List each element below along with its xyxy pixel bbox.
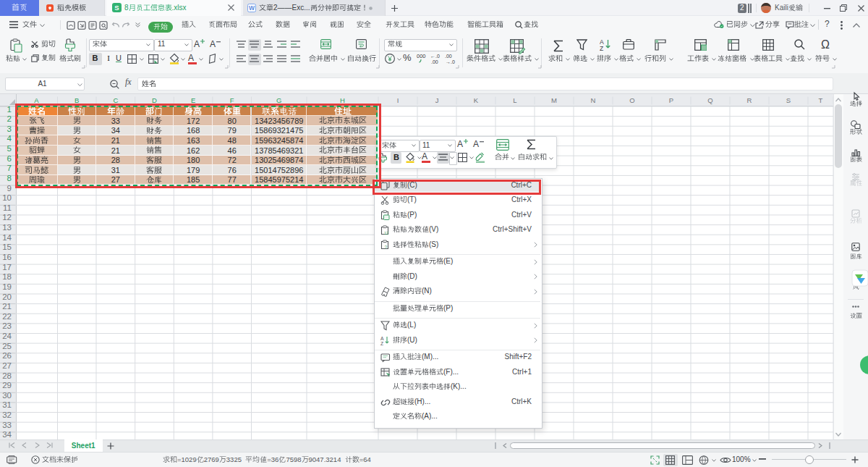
svg-text:W: W (249, 4, 255, 12)
svg-text:?: ? (384, 245, 387, 250)
svg-text:A: A (380, 336, 384, 341)
svg-text:Ω: Ω (821, 38, 830, 51)
svg-text:000: 000 (417, 53, 426, 59)
svg-text:.00: .00 (431, 59, 438, 64)
svg-text:S: S (114, 4, 119, 12)
svg-text:←.0: ←.0 (430, 54, 440, 59)
svg-text:Z: Z (380, 341, 383, 346)
svg-text:→.0: →.0 (446, 59, 455, 64)
svg-text:Z: Z (600, 45, 603, 51)
svg-text:.00: .00 (445, 54, 452, 59)
